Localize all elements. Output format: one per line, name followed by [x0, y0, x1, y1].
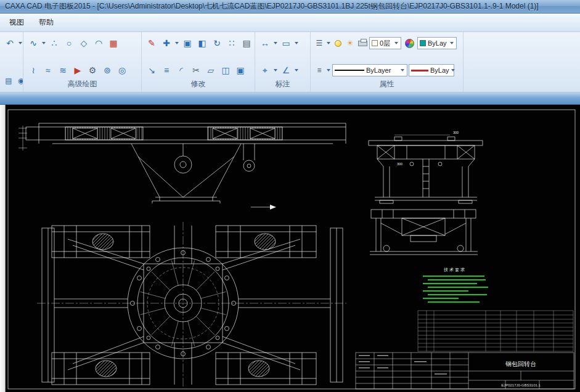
stretch-icon[interactable]: ↘: [145, 63, 158, 77]
move-icon[interactable]: ✚: [160, 36, 173, 50]
polygon-icon[interactable]: ◇: [77, 36, 91, 50]
dim-label-a: 300: [453, 131, 459, 134]
notes-lines: [423, 276, 488, 303]
ribbon-group-properties: ☰ ☀ 0层 ByLay: [311, 32, 464, 92]
window-title: CAXA CAD 电子图板2015 - [C:\Users\Administra…: [5, 1, 539, 12]
gear-icon[interactable]: ⚙: [86, 63, 99, 77]
chevron-down-icon[interactable]: [274, 42, 277, 44]
chevron-down-icon[interactable]: [327, 69, 330, 71]
ole-object-icon[interactable]: ▣: [234, 63, 247, 77]
table-icon[interactable]: ▦: [107, 36, 120, 50]
offset-icon[interactable]: ≡: [160, 63, 173, 77]
layers-icon[interactable]: ☰: [314, 36, 325, 50]
arrow-icon[interactable]: ▶: [71, 63, 84, 77]
chevron-down-icon[interactable]: [327, 42, 330, 44]
chevron-down-icon[interactable]: [175, 42, 179, 44]
coord-dim-icon[interactable]: ⌖: [258, 63, 272, 77]
lightbulb-icon[interactable]: [332, 36, 343, 50]
group-label-advanced: 高级绘图: [23, 79, 141, 92]
color-wheel-icon[interactable]: [402, 36, 416, 50]
ribbon: ↶ ▤ ◉ ∿ ∴ ○ ◇ ◠ ▦: [0, 32, 580, 92]
color-select-value: ByLay: [428, 39, 447, 47]
chevron-down-icon[interactable]: [42, 42, 46, 44]
chevron-down-icon[interactable]: [295, 69, 298, 71]
linewidth-preview: [411, 70, 428, 71]
array-icon[interactable]: ∷: [225, 36, 239, 50]
dim-label-b: 300: [397, 162, 402, 166]
ribbon-group-quick: ↶ ▤ ◉: [0, 32, 23, 92]
linetype-preview: [335, 70, 364, 71]
elevation-view: [18, 123, 346, 210]
color-select[interactable]: ByLay: [417, 37, 457, 49]
text-box-icon[interactable]: ▭: [279, 36, 293, 50]
group-label-dimension: 标注: [255, 79, 310, 92]
arc-icon[interactable]: ◠: [92, 36, 105, 50]
title-bar[interactable]: CAXA CAD 电子图板2015 - [C:\Users\Administra…: [0, 0, 580, 14]
group-label-modify: 修改: [142, 79, 255, 92]
chevron-down-icon[interactable]: [274, 69, 277, 71]
layer-select-value: 0层: [380, 39, 390, 48]
point-icon[interactable]: ∴: [47, 36, 61, 50]
menu-view[interactable]: 视图: [2, 14, 31, 31]
chevron-down-icon[interactable]: [401, 69, 404, 71]
app-window: CAXA CAD 电子图板2015 - [C:\Users\Administra…: [0, 0, 580, 392]
linear-dim-icon[interactable]: ↔: [258, 36, 272, 50]
linetype-select[interactable]: ByLayer: [332, 64, 407, 76]
detail-view-icon[interactable]: ◎: [115, 63, 129, 77]
ribbon-group-modify: ✎ ✚ ▣ ◧ ↻ ∷ ▤ ↘ ≡ ◜ ✂ ▱ ◫ ▣: [142, 32, 255, 92]
ribbon-empty-area: [464, 32, 580, 92]
workspace-top-strip: [0, 92, 580, 105]
pattern-icon[interactable]: ▤: [240, 36, 253, 50]
drawing-canvas[interactable]: 技 术 要 求: [0, 105, 580, 392]
camera-icon[interactable]: ◉: [15, 74, 23, 88]
paste-icon[interactable]: ▱: [204, 63, 218, 77]
cad-drawing[interactable]: 技 术 要 求: [0, 105, 580, 392]
rotate-icon[interactable]: ↻: [210, 36, 224, 50]
notes-title: 技 术 要 求: [443, 267, 465, 272]
printer-icon[interactable]: [357, 36, 368, 50]
menu-help[interactable]: 帮助: [31, 14, 61, 31]
sun-icon[interactable]: ☀: [345, 36, 356, 50]
title-block-part-name: 钢包回转台: [505, 361, 536, 367]
view-window-icon[interactable]: ▤: [3, 74, 14, 88]
undo-icon[interactable]: ↶: [3, 36, 17, 50]
color-swatch: [420, 40, 426, 46]
chevron-down-icon[interactable]: [295, 42, 298, 44]
group-label-properties: 属性: [311, 79, 463, 92]
copy-icon[interactable]: ▣: [181, 36, 194, 50]
parts-table: [418, 311, 573, 351]
title-block: 钢包回转台 EJP0217J0-GBS3101.1: [356, 353, 574, 389]
spline-icon[interactable]: ∿: [27, 36, 40, 50]
mirror-icon[interactable]: ◧: [195, 36, 209, 50]
linetype-select-value: ByLayer: [366, 67, 391, 74]
side-view-upper: [369, 135, 483, 203]
trim-icon[interactable]: ✂: [189, 63, 203, 77]
linetype-icon[interactable]: ≡: [314, 63, 325, 77]
wave-icon[interactable]: ≈: [41, 63, 55, 77]
menu-bar: 视图 帮助: [0, 14, 580, 32]
fillet-icon[interactable]: ◜: [174, 63, 188, 77]
angle-dim-icon[interactable]: ∠: [279, 63, 293, 77]
notes-block: 技 术 要 求: [423, 267, 488, 303]
side-view-lower: [370, 210, 478, 255]
linewidth-select-value: ByLay: [430, 67, 449, 74]
curve-icon[interactable]: ≀: [27, 63, 40, 77]
linewidth-select[interactable]: ByLay: [409, 64, 454, 76]
ellipse-icon[interactable]: ○: [62, 36, 76, 50]
zigzag-icon[interactable]: ≋: [56, 63, 70, 77]
group-label-quick: [0, 89, 23, 92]
layer-select[interactable]: 0层: [369, 37, 401, 49]
chevron-down-icon[interactable]: [394, 42, 398, 44]
block-icon[interactable]: ◫: [219, 63, 232, 77]
ribbon-group-advanced: ∿ ∴ ○ ◇ ◠ ▦ ≀ ≈ ≋ ▶ ⚙ ⊚ ◎ 高级绘: [23, 32, 142, 92]
hole-axis-icon[interactable]: ⊚: [100, 63, 114, 77]
plan-view: [37, 222, 346, 387]
chevron-down-icon[interactable]: [450, 42, 454, 44]
ribbon-group-dimension: ↔ ▭ ⌖ ∠ 标注: [255, 32, 311, 92]
layer-swatch: [372, 40, 378, 46]
format-brush-icon[interactable]: ✎: [145, 36, 158, 50]
chevron-down-icon[interactable]: [18, 42, 22, 44]
title-block-drawing-number: EJP0217J0-GBS3101.1: [501, 383, 541, 387]
chevron-down-icon[interactable]: [451, 69, 455, 71]
